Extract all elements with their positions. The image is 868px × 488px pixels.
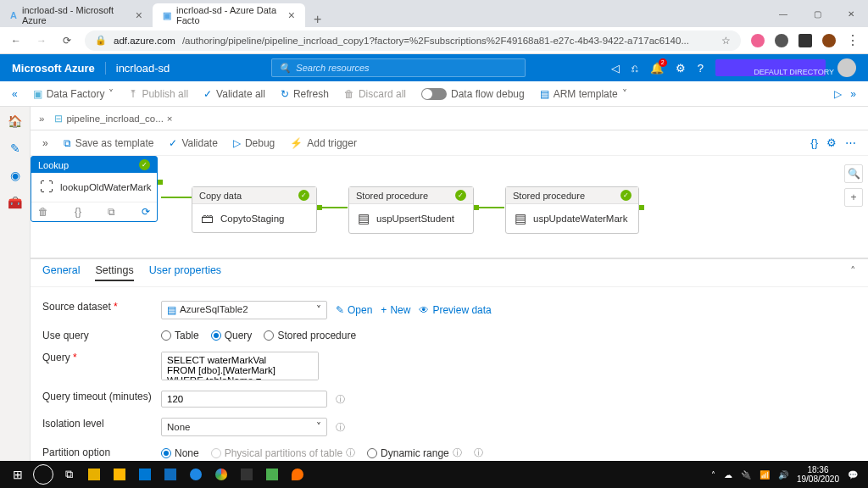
arm-template-dropdown[interactable]: ▤ARM template˅ (540, 88, 627, 100)
extension-icon[interactable] (751, 34, 765, 47)
search-input[interactable]: 🔍 Search resources (271, 58, 526, 77)
taskbar-app[interactable] (285, 463, 310, 486)
taskbar-app[interactable] (259, 463, 285, 486)
taskbar-app-chrome[interactable] (209, 463, 234, 486)
start-button[interactable]: ⊞ (5, 463, 31, 486)
info-icon[interactable]: ⓘ (336, 421, 345, 434)
home-icon[interactable]: 🏠 (8, 114, 23, 129)
taskbar-app[interactable] (132, 463, 158, 486)
tray-wifi-icon[interactable]: 📶 (760, 470, 770, 480)
radio-table[interactable]: Table (161, 330, 199, 341)
tray-clock[interactable]: 18:36 19/08/2020 (797, 465, 839, 484)
azure-brand[interactable]: Microsoft Azure (12, 62, 106, 75)
avatar[interactable] (837, 58, 856, 77)
tray-cloud-icon[interactable]: ☁ (724, 470, 732, 480)
menu-icon[interactable]: ⋮ (846, 32, 860, 48)
forward-button[interactable]: → (34, 33, 49, 48)
tray-volume-icon[interactable]: 🔊 (778, 470, 788, 480)
info-icon[interactable]: ⓘ (474, 446, 483, 459)
activities-panel-icon[interactable]: » (42, 137, 48, 149)
tab-user-properties[interactable]: User properties (149, 264, 221, 281)
activity-stored-procedure[interactable]: Stored procedure✓ ▤uspUpdateWaterMark (505, 186, 639, 234)
git-icon[interactable]: ⎌ (632, 62, 638, 75)
delete-icon[interactable]: 🗑 (38, 206, 48, 218)
taskbar-app[interactable] (234, 463, 259, 486)
open-dataset-button[interactable]: ✎Open (336, 304, 372, 316)
collapse-panel-icon[interactable]: ˄ (850, 264, 856, 281)
cortana-button[interactable] (31, 463, 56, 486)
search-icon[interactable]: 🔍 (844, 164, 863, 183)
maximize-button[interactable]: ▢ (800, 0, 834, 27)
code-icon[interactable]: {} (75, 206, 81, 218)
activity-stored-procedure[interactable]: Stored procedure✓ ▤uspUpsertStudent (348, 186, 474, 234)
pipeline-canvas[interactable]: Lookup✓ ⛶lookupOldWaterMark 🗑 {} ⧉ ⟳ Cop… (31, 156, 868, 258)
radio-query[interactable]: Query (211, 330, 253, 341)
tab-settings[interactable]: Settings (95, 264, 133, 281)
task-view-button[interactable]: ⧉ (56, 463, 81, 486)
activity-copy-data[interactable]: Copy data✓ 🗃CopytoStaging (192, 186, 317, 233)
more-icon[interactable]: ⋯ (845, 136, 856, 149)
star-icon[interactable]: ☆ (721, 35, 731, 47)
radio-partition-none[interactable]: None (161, 447, 199, 459)
filter-icon[interactable]: ⚙ (826, 136, 837, 149)
radio-partition-dynamic[interactable]: Dynamic range ⓘ (367, 446, 462, 459)
code-icon[interactable]: {} (810, 136, 818, 149)
data-flow-debug-toggle[interactable]: Data flow debug (421, 88, 525, 100)
tray-notifications-icon[interactable]: 💬 (848, 470, 858, 480)
discard-all-button[interactable]: 🗑Discard all (344, 88, 406, 100)
browser-tab[interactable]: A incrload-sd - Microsoft Azure × (0, 3, 153, 27)
taskbar-app[interactable] (183, 463, 209, 486)
notifications-icon[interactable]: 🔔2 (650, 62, 664, 75)
publish-all-button[interactable]: ⤒Publish all (129, 88, 188, 100)
expand-panel-icon[interactable]: » (39, 114, 44, 124)
manage-icon[interactable]: 🧰 (8, 195, 23, 210)
puzzle-icon[interactable] (798, 34, 812, 47)
play-icon[interactable]: ▷ (834, 88, 842, 100)
tray-chevron-icon[interactable]: ˄ (711, 470, 715, 480)
add-trigger-button[interactable]: ⚡Add trigger (290, 137, 357, 149)
extension-icon[interactable] (775, 34, 788, 47)
query-timeout-input[interactable] (161, 391, 327, 408)
minimize-button[interactable]: — (766, 0, 800, 27)
tray-power-icon[interactable]: 🔌 (741, 470, 751, 480)
feedback-icon[interactable]: ◁ (611, 62, 620, 75)
expand-icon[interactable]: » (850, 88, 856, 100)
save-as-template-button[interactable]: ⧉Save as template (64, 137, 154, 149)
close-icon[interactable]: × (136, 8, 142, 22)
radio-stored-procedure[interactable]: Stored procedure (264, 330, 356, 341)
author-icon[interactable]: ✎ (8, 141, 23, 156)
validate-button[interactable]: ✓Validate (169, 137, 217, 149)
add-icon[interactable]: + (844, 188, 863, 207)
isolation-level-select[interactable]: None˅ (161, 418, 327, 436)
url-field[interactable]: 🔒 adf.azure.com/authoring/pipeline/pipel… (85, 30, 741, 51)
source-dataset-select[interactable]: ▤AzureSqlTable2˅ (161, 301, 327, 319)
collapse-icon[interactable]: « (12, 88, 18, 100)
settings-icon[interactable]: ⚙ (676, 62, 686, 75)
close-icon[interactable]: × (167, 114, 173, 124)
taskbar-app[interactable] (158, 463, 183, 486)
clone-icon[interactable]: ⧉ (108, 206, 115, 218)
query-textarea[interactable]: SELECT waterMarkVal FROM [dbo].[WaterMar… (161, 352, 319, 380)
refresh-button[interactable]: ↻Refresh (281, 88, 329, 100)
pipeline-tab[interactable]: ⊟ pipeline_incrload_co... × (49, 113, 177, 125)
browser-tab-active[interactable]: ▣ incrload-sd - Azure Data Facto × (153, 3, 305, 27)
taskbar-app[interactable] (81, 463, 107, 486)
reload-button[interactable]: ⟳ (59, 33, 75, 48)
info-icon[interactable]: ⓘ (336, 393, 345, 406)
tab-general[interactable]: General (42, 264, 80, 281)
debug-button[interactable]: ▷Debug (233, 137, 275, 149)
activity-lookup[interactable]: Lookup✓ ⛶lookupOldWaterMark 🗑 {} ⧉ ⟳ (31, 156, 158, 222)
preview-data-button[interactable]: 👁Preview data (419, 304, 491, 316)
validate-all-button[interactable]: ✓Validate all (203, 88, 265, 100)
close-window-button[interactable]: ✕ (834, 0, 868, 27)
monitor-icon[interactable]: ◉ (8, 168, 23, 183)
new-dataset-button[interactable]: +New (381, 304, 410, 316)
back-button[interactable]: ← (8, 33, 24, 48)
profile-icon[interactable] (822, 34, 836, 47)
data-factory-dropdown[interactable]: ▣Data Factory˅ (33, 88, 114, 100)
close-icon[interactable]: × (288, 8, 295, 22)
new-tab-button[interactable]: + (305, 12, 330, 27)
taskbar-app[interactable] (107, 463, 132, 486)
help-icon[interactable]: ? (698, 62, 704, 75)
arrow-icon[interactable]: ⟳ (142, 206, 150, 218)
